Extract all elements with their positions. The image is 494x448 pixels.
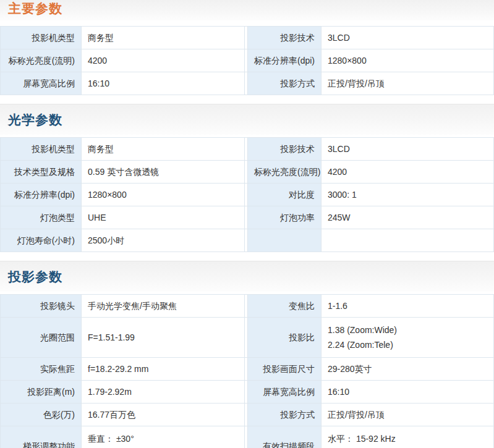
spec-value: 16.77百万色 bbox=[82, 404, 245, 426]
table-row: 投影机类型 商务型 投影技术 3LCD bbox=[1, 138, 494, 161]
section-title: 光学参数 bbox=[8, 112, 62, 127]
spec-value: 0.59 英寸含微透镜 bbox=[82, 161, 245, 184]
spec-value: 商务型 bbox=[82, 138, 245, 161]
spec-value: UHE bbox=[82, 206, 245, 229]
spec-value: 1.38 (Zoom:Wide) 2.24 (Zoom:Tele) bbox=[322, 318, 494, 358]
section-optical-params: 光学参数 投影机类型 商务型 投影技术 3LCD 技术类型及规格 0.59 英寸… bbox=[0, 104, 494, 252]
spec-label: 实际焦距 bbox=[1, 358, 82, 381]
spec-value: 手动光学变焦/手动聚焦 bbox=[82, 295, 245, 318]
spec-value: 1280×800 bbox=[322, 49, 494, 72]
table-row: 色彩(万) 16.77百万色 投影方式 正投/背投/吊顶 bbox=[1, 404, 494, 426]
spec-label: 投影画面尺寸 bbox=[248, 358, 322, 381]
spec-label: 投影方式 bbox=[248, 72, 322, 95]
spec-value: 3000: 1 bbox=[322, 184, 494, 206]
spec-label: 投影技术 bbox=[248, 138, 322, 161]
spec-label: 灯泡类型 bbox=[1, 206, 82, 229]
specs-table-main: 投影机类型 商务型 投影技术 3LCD 标称光亮度(流明) 4200 标准分辨率… bbox=[0, 26, 494, 95]
spec-label: 投影机类型 bbox=[1, 138, 82, 161]
section-header: 主要参数 bbox=[0, 0, 494, 20]
section-header: 投影参数 bbox=[0, 261, 494, 292]
spec-value-line: 垂直： ±30° bbox=[88, 431, 238, 446]
spec-label-empty bbox=[248, 229, 322, 252]
spec-value: 正投/背投/吊顶 bbox=[322, 404, 494, 426]
spec-label: 色彩(万) bbox=[1, 404, 82, 426]
spec-label: 灯泡功率 bbox=[248, 206, 322, 229]
section-title: 主要参数 bbox=[8, 1, 62, 15]
spec-value-link[interactable]: 3LCD bbox=[322, 138, 494, 161]
table-row: 技术类型及规格 0.59 英寸含微透镜 标称光亮度(流明) 4200 bbox=[1, 161, 494, 184]
spec-value-line: 1.38 (Zoom:Wide) bbox=[328, 323, 487, 337]
spec-label: 光圈范围 bbox=[1, 318, 82, 358]
spec-value: 垂直： ±30° 水平： ±20° bbox=[82, 426, 245, 448]
spec-label: 标称光亮度(流明) bbox=[1, 49, 82, 72]
spec-value: 3LCD bbox=[322, 27, 494, 49]
table-row: 灯泡类型 UHE 灯泡功率 245W bbox=[1, 206, 494, 229]
section-title: 投影参数 bbox=[8, 269, 62, 284]
section-main-params: 主要参数 投影机类型 商务型 投影技术 3LCD 标称光亮度(流明) 4200 … bbox=[0, 0, 494, 95]
spec-value: 1-1.6 bbox=[322, 295, 494, 318]
spec-value: 正投/背投/吊顶 bbox=[322, 72, 494, 95]
spec-label: 梯形调整功能 bbox=[1, 426, 82, 448]
spec-value: 4200 bbox=[322, 161, 494, 184]
spec-label: 灯泡寿命(小时) bbox=[1, 229, 82, 252]
spec-value: 商务型 bbox=[82, 27, 245, 49]
spec-value: 2500小时 bbox=[82, 229, 245, 252]
spec-label: 变焦比 bbox=[248, 295, 322, 318]
table-row: 梯形调整功能 垂直： ±30° 水平： ±20° 有效扫描频段 水平： 15-9… bbox=[1, 426, 494, 448]
table-row: 灯泡寿命(小时) 2500小时 bbox=[1, 229, 494, 252]
spec-label: 屏幕宽高比例 bbox=[1, 72, 82, 95]
spec-label: 标准分辨率(dpi) bbox=[248, 49, 322, 72]
table-row: 投影镜头 手动光学变焦/手动聚焦 变焦比 1-1.6 bbox=[1, 295, 494, 318]
spec-value: 16:10 bbox=[82, 72, 245, 95]
spec-label: 标准分辨率(dpi) bbox=[1, 184, 82, 206]
specs-table-projection: 投影镜头 手动光学变焦/手动聚焦 变焦比 1-1.6 光圈范围 F=1.51-1… bbox=[0, 294, 494, 448]
spec-value-empty bbox=[322, 229, 494, 252]
spec-label: 投影方式 bbox=[248, 404, 322, 426]
spec-value: 29-280英寸 bbox=[322, 358, 494, 381]
spec-label: 投影技术 bbox=[248, 27, 322, 49]
spec-value: 16:10 bbox=[322, 381, 494, 404]
spec-value-line: 水平： 15-92 kHz bbox=[328, 431, 487, 446]
spec-value: 4200 bbox=[82, 49, 245, 72]
spec-value: 245W bbox=[322, 206, 494, 229]
spec-label: 投影镜头 bbox=[1, 295, 82, 318]
specs-table-optical: 投影机类型 商务型 投影技术 3LCD 技术类型及规格 0.59 英寸含微透镜 … bbox=[0, 137, 494, 252]
spec-label: 投影比 bbox=[248, 318, 322, 358]
section-projection-params: 投影参数 投影镜头 手动光学变焦/手动聚焦 变焦比 1-1.6 光圈范围 F=1… bbox=[0, 261, 494, 448]
table-row: 标称光亮度(流明) 4200 标准分辨率(dpi) 1280×800 bbox=[1, 49, 494, 72]
spec-value-line: 2.24 (Zoom:Tele) bbox=[328, 337, 487, 352]
table-row: 投影机类型 商务型 投影技术 3LCD bbox=[1, 27, 494, 49]
spec-label: 标称光亮度(流明) bbox=[248, 161, 322, 184]
spec-label: 投影机类型 bbox=[1, 27, 82, 49]
table-row: 实际焦距 f=18.2-29.2 mm 投影画面尺寸 29-280英寸 bbox=[1, 358, 494, 381]
spec-value: 水平： 15-92 kHz 垂直： 50-85 Hz bbox=[322, 426, 494, 448]
spec-value-link[interactable]: 1280×800 bbox=[82, 184, 245, 206]
table-row: 屏幕宽高比例 16:10 投影方式 正投/背投/吊顶 bbox=[1, 72, 494, 95]
spec-label: 对比度 bbox=[248, 184, 322, 206]
spec-label: 投影距离(m) bbox=[1, 381, 82, 404]
table-row: 投影距离(m) 1.79-2.92m 屏幕宽高比例 16:10 bbox=[1, 381, 494, 404]
spec-page: 主要参数 投影机类型 商务型 投影技术 3LCD 标称光亮度(流明) 4200 … bbox=[0, 0, 494, 448]
spec-label: 技术类型及规格 bbox=[1, 161, 82, 184]
table-row: 光圈范围 F=1.51-1.99 投影比 1.38 (Zoom:Wide) 2.… bbox=[1, 318, 494, 358]
spec-value: F=1.51-1.99 bbox=[82, 318, 245, 358]
spec-value: f=18.2-29.2 mm bbox=[82, 358, 245, 381]
spec-value: 1.79-2.92m bbox=[82, 381, 245, 404]
section-header: 光学参数 bbox=[0, 104, 494, 135]
table-row: 标准分辨率(dpi) 1280×800 对比度 3000: 1 bbox=[1, 184, 494, 206]
spec-label: 有效扫描频段 bbox=[248, 426, 322, 448]
spec-label: 屏幕宽高比例 bbox=[248, 381, 322, 404]
